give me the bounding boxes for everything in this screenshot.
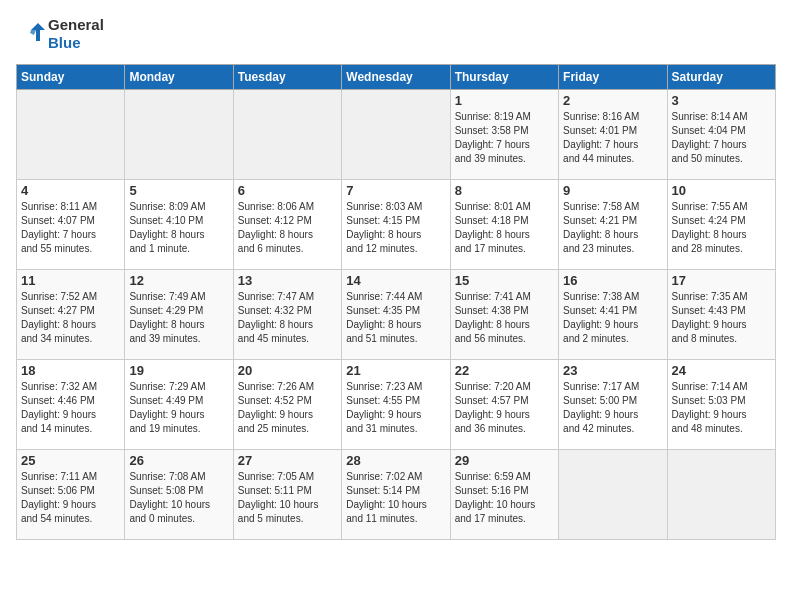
day-header-sunday: Sunday	[17, 65, 125, 90]
week-row-2: 4Sunrise: 8:11 AM Sunset: 4:07 PM Daylig…	[17, 180, 776, 270]
day-number: 18	[21, 363, 120, 378]
logo: General Blue	[16, 16, 104, 52]
day-info: Sunrise: 6:59 AM Sunset: 5:16 PM Dayligh…	[455, 470, 554, 526]
day-info: Sunrise: 7:47 AM Sunset: 4:32 PM Dayligh…	[238, 290, 337, 346]
day-info: Sunrise: 7:38 AM Sunset: 4:41 PM Dayligh…	[563, 290, 662, 346]
day-cell	[125, 90, 233, 180]
day-cell: 21Sunrise: 7:23 AM Sunset: 4:55 PM Dayli…	[342, 360, 450, 450]
day-info: Sunrise: 7:55 AM Sunset: 4:24 PM Dayligh…	[672, 200, 771, 256]
day-cell: 15Sunrise: 7:41 AM Sunset: 4:38 PM Dayli…	[450, 270, 558, 360]
day-header-friday: Friday	[559, 65, 667, 90]
day-cell: 1Sunrise: 8:19 AM Sunset: 3:58 PM Daylig…	[450, 90, 558, 180]
day-header-tuesday: Tuesday	[233, 65, 341, 90]
header-row: SundayMondayTuesdayWednesdayThursdayFrid…	[17, 65, 776, 90]
day-number: 25	[21, 453, 120, 468]
day-number: 22	[455, 363, 554, 378]
logo-general: General	[48, 16, 104, 33]
day-number: 15	[455, 273, 554, 288]
day-header-wednesday: Wednesday	[342, 65, 450, 90]
day-cell: 25Sunrise: 7:11 AM Sunset: 5:06 PM Dayli…	[17, 450, 125, 540]
day-header-thursday: Thursday	[450, 65, 558, 90]
day-cell: 16Sunrise: 7:38 AM Sunset: 4:41 PM Dayli…	[559, 270, 667, 360]
day-number: 1	[455, 93, 554, 108]
day-cell: 12Sunrise: 7:49 AM Sunset: 4:29 PM Dayli…	[125, 270, 233, 360]
day-info: Sunrise: 8:09 AM Sunset: 4:10 PM Dayligh…	[129, 200, 228, 256]
day-cell	[342, 90, 450, 180]
logo-blue: Blue	[48, 34, 81, 51]
day-cell: 23Sunrise: 7:17 AM Sunset: 5:00 PM Dayli…	[559, 360, 667, 450]
day-cell	[233, 90, 341, 180]
day-number: 7	[346, 183, 445, 198]
svg-marker-1	[30, 30, 36, 35]
day-number: 14	[346, 273, 445, 288]
week-row-3: 11Sunrise: 7:52 AM Sunset: 4:27 PM Dayli…	[17, 270, 776, 360]
day-number: 17	[672, 273, 771, 288]
day-info: Sunrise: 8:14 AM Sunset: 4:04 PM Dayligh…	[672, 110, 771, 166]
day-number: 20	[238, 363, 337, 378]
day-cell: 11Sunrise: 7:52 AM Sunset: 4:27 PM Dayli…	[17, 270, 125, 360]
day-cell: 27Sunrise: 7:05 AM Sunset: 5:11 PM Dayli…	[233, 450, 341, 540]
day-number: 28	[346, 453, 445, 468]
day-info: Sunrise: 8:16 AM Sunset: 4:01 PM Dayligh…	[563, 110, 662, 166]
day-number: 6	[238, 183, 337, 198]
day-number: 23	[563, 363, 662, 378]
day-info: Sunrise: 8:11 AM Sunset: 4:07 PM Dayligh…	[21, 200, 120, 256]
day-number: 8	[455, 183, 554, 198]
logo-bird-icon	[16, 19, 46, 49]
day-info: Sunrise: 7:02 AM Sunset: 5:14 PM Dayligh…	[346, 470, 445, 526]
day-cell: 17Sunrise: 7:35 AM Sunset: 4:43 PM Dayli…	[667, 270, 775, 360]
day-cell	[17, 90, 125, 180]
day-number: 11	[21, 273, 120, 288]
day-info: Sunrise: 7:20 AM Sunset: 4:57 PM Dayligh…	[455, 380, 554, 436]
day-cell: 4Sunrise: 8:11 AM Sunset: 4:07 PM Daylig…	[17, 180, 125, 270]
day-number: 5	[129, 183, 228, 198]
day-info: Sunrise: 8:19 AM Sunset: 3:58 PM Dayligh…	[455, 110, 554, 166]
day-cell: 26Sunrise: 7:08 AM Sunset: 5:08 PM Dayli…	[125, 450, 233, 540]
day-info: Sunrise: 7:49 AM Sunset: 4:29 PM Dayligh…	[129, 290, 228, 346]
week-row-5: 25Sunrise: 7:11 AM Sunset: 5:06 PM Dayli…	[17, 450, 776, 540]
day-number: 4	[21, 183, 120, 198]
day-cell: 22Sunrise: 7:20 AM Sunset: 4:57 PM Dayli…	[450, 360, 558, 450]
day-info: Sunrise: 7:35 AM Sunset: 4:43 PM Dayligh…	[672, 290, 771, 346]
day-number: 16	[563, 273, 662, 288]
day-info: Sunrise: 7:05 AM Sunset: 5:11 PM Dayligh…	[238, 470, 337, 526]
day-number: 13	[238, 273, 337, 288]
day-cell: 7Sunrise: 8:03 AM Sunset: 4:15 PM Daylig…	[342, 180, 450, 270]
day-header-monday: Monday	[125, 65, 233, 90]
day-cell: 18Sunrise: 7:32 AM Sunset: 4:46 PM Dayli…	[17, 360, 125, 450]
calendar-table: SundayMondayTuesdayWednesdayThursdayFrid…	[16, 64, 776, 540]
day-number: 10	[672, 183, 771, 198]
day-header-saturday: Saturday	[667, 65, 775, 90]
day-number: 26	[129, 453, 228, 468]
day-cell: 19Sunrise: 7:29 AM Sunset: 4:49 PM Dayli…	[125, 360, 233, 450]
day-cell: 14Sunrise: 7:44 AM Sunset: 4:35 PM Dayli…	[342, 270, 450, 360]
day-cell	[559, 450, 667, 540]
day-info: Sunrise: 7:58 AM Sunset: 4:21 PM Dayligh…	[563, 200, 662, 256]
day-number: 21	[346, 363, 445, 378]
day-cell: 2Sunrise: 8:16 AM Sunset: 4:01 PM Daylig…	[559, 90, 667, 180]
day-number: 12	[129, 273, 228, 288]
day-number: 24	[672, 363, 771, 378]
day-info: Sunrise: 7:29 AM Sunset: 4:49 PM Dayligh…	[129, 380, 228, 436]
day-cell: 28Sunrise: 7:02 AM Sunset: 5:14 PM Dayli…	[342, 450, 450, 540]
day-info: Sunrise: 7:26 AM Sunset: 4:52 PM Dayligh…	[238, 380, 337, 436]
day-cell: 8Sunrise: 8:01 AM Sunset: 4:18 PM Daylig…	[450, 180, 558, 270]
day-cell: 10Sunrise: 7:55 AM Sunset: 4:24 PM Dayli…	[667, 180, 775, 270]
week-row-4: 18Sunrise: 7:32 AM Sunset: 4:46 PM Dayli…	[17, 360, 776, 450]
day-info: Sunrise: 7:41 AM Sunset: 4:38 PM Dayligh…	[455, 290, 554, 346]
day-info: Sunrise: 7:17 AM Sunset: 5:00 PM Dayligh…	[563, 380, 662, 436]
day-info: Sunrise: 8:03 AM Sunset: 4:15 PM Dayligh…	[346, 200, 445, 256]
day-info: Sunrise: 7:08 AM Sunset: 5:08 PM Dayligh…	[129, 470, 228, 526]
day-cell: 29Sunrise: 6:59 AM Sunset: 5:16 PM Dayli…	[450, 450, 558, 540]
day-number: 29	[455, 453, 554, 468]
day-number: 27	[238, 453, 337, 468]
day-number: 19	[129, 363, 228, 378]
day-cell: 3Sunrise: 8:14 AM Sunset: 4:04 PM Daylig…	[667, 90, 775, 180]
day-info: Sunrise: 8:06 AM Sunset: 4:12 PM Dayligh…	[238, 200, 337, 256]
day-info: Sunrise: 7:44 AM Sunset: 4:35 PM Dayligh…	[346, 290, 445, 346]
day-cell: 20Sunrise: 7:26 AM Sunset: 4:52 PM Dayli…	[233, 360, 341, 450]
day-cell: 5Sunrise: 8:09 AM Sunset: 4:10 PM Daylig…	[125, 180, 233, 270]
day-info: Sunrise: 7:32 AM Sunset: 4:46 PM Dayligh…	[21, 380, 120, 436]
day-cell: 13Sunrise: 7:47 AM Sunset: 4:32 PM Dayli…	[233, 270, 341, 360]
week-row-1: 1Sunrise: 8:19 AM Sunset: 3:58 PM Daylig…	[17, 90, 776, 180]
